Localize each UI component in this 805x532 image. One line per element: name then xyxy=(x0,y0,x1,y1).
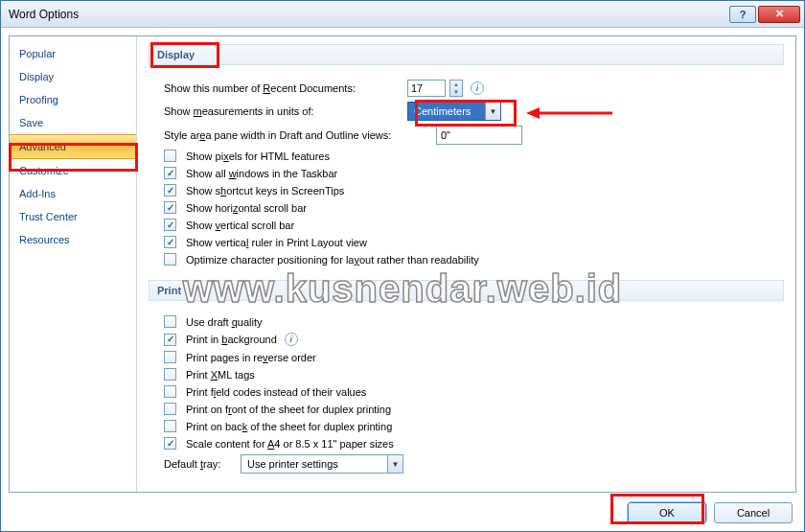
print-check-row: Print XML tags xyxy=(164,368,784,381)
style-pane-label: Style area pane width in Draft and Outli… xyxy=(164,129,432,141)
print-check-label-3: Print XML tags xyxy=(186,369,255,381)
print-check-row: Print on back of the sheet for duplex pr… xyxy=(164,420,784,432)
display-check-row: Show vertical scroll bar xyxy=(164,219,784,231)
display-check-row: Show vertical ruler in Print Layout view xyxy=(164,236,784,248)
print-checkbox-6[interactable] xyxy=(164,420,176,432)
print-checkbox-7[interactable] xyxy=(164,437,176,450)
display-check-label-0: Show pixels for HTML features xyxy=(186,150,330,162)
print-checkbox-4[interactable] xyxy=(164,385,176,398)
units-label: Show measurements in units of: xyxy=(164,105,403,117)
sidebar-item-save[interactable]: Save xyxy=(10,111,136,134)
display-check-label-3: Show horizontal scroll bar xyxy=(186,202,307,214)
chevron-down-icon: ▼ xyxy=(485,103,500,120)
word-options-window: Word Options ? ✕ PopularDisplayProofingS… xyxy=(0,0,805,532)
display-check-row: Show horizontal scroll bar xyxy=(164,201,784,214)
default-tray-dropdown[interactable]: Use printer settings ▼ xyxy=(241,454,403,474)
sidebar-item-advanced[interactable]: Advanced xyxy=(10,134,136,159)
content-area: PopularDisplayProofingSaveAdvancedCustom… xyxy=(9,35,796,493)
help-button[interactable]: ? xyxy=(729,6,756,23)
sidebar-item-proofing[interactable]: Proofing xyxy=(10,88,136,111)
print-checkbox-5[interactable] xyxy=(164,403,176,415)
display-checkbox-6[interactable] xyxy=(164,253,176,266)
info-icon[interactable]: i xyxy=(471,81,484,95)
display-checkbox-5[interactable] xyxy=(164,236,176,248)
info-icon[interactable]: i xyxy=(285,333,298,346)
print-check-row: Print pages in reverse order xyxy=(164,351,784,363)
display-check-label-6: Optimize character positioning for layou… xyxy=(186,254,479,266)
display-checkbox-3[interactable] xyxy=(164,201,176,214)
print-check-label-6: Print on back of the sheet for duplex pr… xyxy=(186,421,392,432)
units-row: Show measurements in units of: Centimete… xyxy=(164,102,784,121)
display-check-label-5: Show vertical ruler in Print Layout view xyxy=(186,237,367,248)
recent-docs-input[interactable] xyxy=(407,80,446,97)
print-check-label-4: Print field codes instead of their value… xyxy=(186,386,366,398)
sidebar-item-popular[interactable]: Popular xyxy=(10,42,136,65)
print-check-label-5: Print on front of the sheet for duplex p… xyxy=(186,404,391,415)
style-pane-input[interactable] xyxy=(436,126,522,145)
options-sidebar: PopularDisplayProofingSaveAdvancedCustom… xyxy=(10,36,137,492)
close-button[interactable]: ✕ xyxy=(758,6,800,23)
print-check-label-2: Print pages in reverse order xyxy=(186,352,316,363)
style-pane-row: Style area pane width in Draft and Outli… xyxy=(164,126,784,145)
ok-button[interactable]: OK xyxy=(628,502,706,523)
print-check-row: Print on front of the sheet for duplex p… xyxy=(164,403,784,415)
recent-docs-label: Show this number of Recent Documents: xyxy=(164,82,403,94)
titlebar: Word Options ? ✕ xyxy=(1,1,804,28)
sidebar-item-trust-center[interactable]: Trust Center xyxy=(10,205,136,228)
default-tray-row: Default tray: Use printer settings ▼ xyxy=(164,454,784,474)
display-checkbox-2[interactable] xyxy=(164,184,176,197)
print-checkbox-2[interactable] xyxy=(164,351,176,363)
display-checkbox-0[interactable] xyxy=(164,150,176,162)
display-check-label-1: Show all windows in the Taskbar xyxy=(186,168,337,179)
print-checkbox-3[interactable] xyxy=(164,368,176,381)
display-check-label-2: Show shortcut keys in ScreenTips xyxy=(186,185,344,197)
window-title: Word Options xyxy=(9,8,729,21)
sidebar-item-add-ins[interactable]: Add-Ins xyxy=(10,182,136,205)
print-check-label-0: Use draft quality xyxy=(186,316,263,328)
print-checkbox-1[interactable] xyxy=(164,334,176,346)
sidebar-item-resources[interactable]: Resources xyxy=(10,228,136,251)
print-check-row: Scale content for A4 or 8.5 x 11" paper … xyxy=(164,437,784,450)
display-section-header: Display xyxy=(149,44,784,65)
sidebar-item-display[interactable]: Display xyxy=(10,65,136,88)
default-tray-label: Default tray: xyxy=(164,458,237,470)
cancel-button[interactable]: Cancel xyxy=(714,502,793,523)
print-section-header: Print xyxy=(149,280,784,301)
display-check-row: Show all windows in the Taskbar xyxy=(164,167,784,179)
display-check-row: Optimize character positioning for layou… xyxy=(164,253,784,266)
display-check-label-4: Show vertical scroll bar xyxy=(186,220,294,231)
dialog-footer: OK Cancel xyxy=(628,502,793,523)
units-dropdown[interactable]: Centimeters ▼ xyxy=(407,102,501,121)
print-check-label-1: Print in background xyxy=(186,334,277,345)
display-checkbox-1[interactable] xyxy=(164,167,176,179)
window-buttons: ? ✕ xyxy=(729,6,800,23)
options-pane: Display Show this number of Recent Docum… xyxy=(137,36,795,492)
print-check-label-7: Scale content for A4 or 8.5 x 11" paper … xyxy=(186,438,394,450)
sidebar-item-customize[interactable]: Customize xyxy=(10,159,136,182)
display-checkbox-4[interactable] xyxy=(164,219,176,231)
display-check-row: Show shortcut keys in ScreenTips xyxy=(164,184,784,197)
print-check-row: Print in backgroundi xyxy=(164,333,784,346)
print-check-row: Print field codes instead of their value… xyxy=(164,385,784,398)
recent-docs-spinner[interactable]: ▲▼ xyxy=(449,80,463,97)
recent-docs-row: Show this number of Recent Documents: ▲▼… xyxy=(164,80,784,97)
print-check-row: Use draft quality xyxy=(164,315,784,328)
chevron-down-icon: ▼ xyxy=(387,455,402,473)
print-checkbox-0[interactable] xyxy=(164,315,176,328)
display-check-row: Show pixels for HTML features xyxy=(164,150,784,162)
